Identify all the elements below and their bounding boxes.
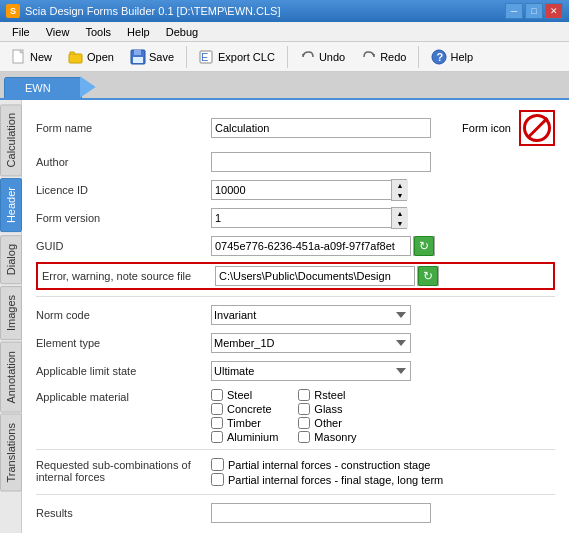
results-row: Results: [36, 501, 555, 525]
export-button[interactable]: E Export CLC: [192, 44, 282, 70]
svg-rect-4: [134, 50, 141, 55]
sidebar-tab-translations[interactable]: Translations: [0, 414, 22, 492]
limit-state-select[interactable]: UltimateServiceability: [211, 361, 411, 381]
limit-state-label: Applicable limit state: [36, 365, 211, 377]
menu-help[interactable]: Help: [119, 24, 158, 40]
form-version-increment[interactable]: ▲: [392, 208, 408, 218]
sidebar-tab-calculation[interactable]: Calculation: [0, 104, 22, 176]
element-type-label: Element type: [36, 337, 211, 349]
menu-view[interactable]: View: [38, 24, 78, 40]
sub-comb-construction-checkbox[interactable]: [211, 458, 224, 471]
material-concrete: Concrete: [211, 403, 278, 415]
licence-id-spinner-btns: ▲ ▼: [391, 179, 407, 201]
tab-ewn[interactable]: EWN: [4, 77, 82, 98]
form-icon-label: Form icon: [462, 122, 511, 134]
material-glass-label: Glass: [314, 403, 342, 415]
norm-code-row: Norm code InvariantECNEN: [36, 303, 555, 327]
material-timber: Timber: [211, 417, 278, 429]
export-icon: E: [199, 49, 215, 65]
material-aluminium: Aluminium: [211, 431, 278, 443]
material-timber-checkbox[interactable]: [211, 417, 223, 429]
author-input[interactable]: [211, 152, 431, 172]
form-icon-box[interactable]: [519, 110, 555, 146]
undo-button[interactable]: Undo: [293, 44, 352, 70]
undo-icon: [300, 49, 316, 65]
norm-code-select[interactable]: InvariantECNEN: [211, 305, 411, 325]
material-aluminium-checkbox[interactable]: [211, 431, 223, 443]
licence-id-increment[interactable]: ▲: [392, 180, 408, 190]
results-input[interactable]: [211, 503, 431, 523]
licence-id-row: Licence ID ▲ ▼: [36, 178, 555, 202]
form-version-decrement[interactable]: ▼: [392, 218, 408, 228]
divider-3: [36, 494, 555, 495]
guid-row: GUID ↻: [36, 234, 555, 258]
norm-code-label: Norm code: [36, 309, 211, 321]
sub-comb-final-label: Partial internal forces - final stage, l…: [228, 474, 443, 486]
form-name-input[interactable]: [211, 118, 431, 138]
limit-state-row: Applicable limit state UltimateServiceab…: [36, 359, 555, 383]
guid-input[interactable]: [211, 236, 411, 256]
sub-combinations-checkboxes: Partial internal forces - construction s…: [211, 458, 443, 488]
material-rsteel-checkbox[interactable]: [298, 389, 310, 401]
error-file-browse-button[interactable]: ↻: [417, 266, 439, 286]
sidebar-tabs: Calculation Header Dialog Images Annotat…: [0, 100, 22, 533]
save-icon: [130, 49, 146, 65]
error-file-row-highlighted: Error, warning, note source file ↻: [36, 262, 555, 290]
main-layout: Calculation Header Dialog Images Annotat…: [0, 100, 569, 533]
new-button[interactable]: New: [4, 44, 59, 70]
sub-comb-final: Partial internal forces - final stage, l…: [211, 473, 443, 486]
menu-file[interactable]: File: [4, 24, 38, 40]
sidebar-tab-dialog[interactable]: Dialog: [0, 235, 22, 284]
form-name-row: Form name Form icon: [36, 110, 555, 146]
material-concrete-checkbox[interactable]: [211, 403, 223, 415]
sidebar-tab-annotation[interactable]: Annotation: [0, 342, 22, 413]
toolbar-separator-1: [186, 46, 187, 68]
material-other: Other: [298, 417, 365, 429]
sidebar-tab-header[interactable]: Header: [0, 178, 22, 232]
close-button[interactable]: ✕: [545, 3, 563, 19]
open-icon: [68, 49, 84, 65]
sub-comb-final-checkbox[interactable]: [211, 473, 224, 486]
window-controls: ─ □ ✕: [505, 3, 563, 19]
help-button[interactable]: ? Help: [424, 44, 480, 70]
divider-1: [36, 296, 555, 297]
form-version-label: Form version: [36, 212, 211, 224]
redo-icon: [361, 49, 377, 65]
minimize-button[interactable]: ─: [505, 3, 523, 19]
open-button[interactable]: Open: [61, 44, 121, 70]
error-file-label: Error, warning, note source file: [40, 270, 215, 282]
material-steel: Steel: [211, 389, 278, 401]
material-other-label: Other: [314, 417, 342, 429]
licence-id-decrement[interactable]: ▼: [392, 190, 408, 200]
material-other-checkbox[interactable]: [298, 417, 310, 429]
material-masonry-checkbox[interactable]: [298, 431, 310, 443]
sidebar-tab-images[interactable]: Images: [0, 286, 22, 340]
redo-button[interactable]: Redo: [354, 44, 413, 70]
save-button[interactable]: Save: [123, 44, 181, 70]
material-glass-checkbox[interactable]: [298, 403, 310, 415]
tab-arrow: [80, 76, 96, 98]
window-title: Scia Design Forms Builder 0.1 [D:\TEMP\E…: [25, 5, 281, 17]
svg-rect-5: [133, 57, 143, 63]
applicable-material-label: Applicable material: [36, 387, 211, 403]
element-type-select[interactable]: Member_1DMember_2DNode: [211, 333, 411, 353]
form-version-spinner: ▲ ▼: [211, 207, 411, 229]
toolbar: New Open Save E Export CLC Undo Redo ?: [0, 42, 569, 72]
menu-bar: File View Tools Help Debug: [0, 22, 569, 42]
content-area: Form name Form icon Author Licence ID: [22, 100, 569, 533]
material-checkboxes: Steel Rsteel Concrete Glass Timber: [211, 389, 366, 443]
menu-tools[interactable]: Tools: [77, 24, 119, 40]
menu-debug[interactable]: Debug: [158, 24, 206, 40]
licence-id-label: Licence ID: [36, 184, 211, 196]
element-type-row: Element type Member_1DMember_2DNode: [36, 331, 555, 355]
error-file-input[interactable]: [215, 266, 415, 286]
licence-id-input[interactable]: [211, 180, 391, 200]
title-bar: S Scia Design Forms Builder 0.1 [D:\TEMP…: [0, 0, 569, 22]
help-icon: ?: [431, 49, 447, 65]
material-steel-checkbox[interactable]: [211, 389, 223, 401]
form-version-input[interactable]: [211, 208, 391, 228]
guid-refresh-button[interactable]: ↻: [413, 236, 435, 256]
author-row: Author: [36, 150, 555, 174]
no-entry-icon: [523, 114, 551, 142]
maximize-button[interactable]: □: [525, 3, 543, 19]
